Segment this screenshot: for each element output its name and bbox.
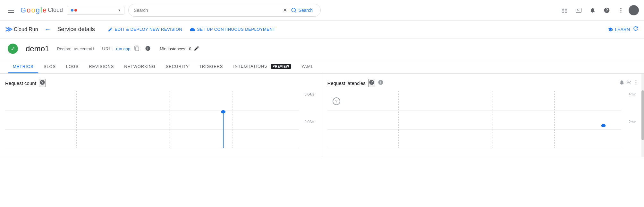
graduation-cap-icon: [608, 27, 613, 32]
latencies-no-data-icon: ?: [333, 97, 340, 105]
search-button-label: Search: [299, 8, 313, 13]
svg-rect-5: [565, 11, 567, 12]
tabs-row: METRICS SLOS LOGS REVISIONS NETWORKING S…: [0, 59, 644, 74]
edit-deploy-button[interactable]: EDIT & DEPLOY NEW REVISION: [108, 27, 182, 32]
svg-point-21: [636, 82, 637, 83]
tab-security[interactable]: SECURITY: [161, 60, 194, 73]
project-dots-icon: [71, 9, 77, 12]
copy-icon: [134, 46, 140, 51]
request-latencies-chart-body: 4min 2min ?: [327, 91, 639, 149]
svg-point-10: [620, 12, 621, 12]
help-circle-icon-2: [369, 79, 375, 85]
more-options-icon-button[interactable]: [614, 4, 627, 17]
request-latencies-chart: Request latencies: [322, 74, 644, 157]
service-url-link[interactable]: .run.app: [115, 46, 130, 51]
notifications-icon: [589, 7, 596, 13]
nav-icons: [558, 4, 639, 17]
back-button[interactable]: ←: [43, 24, 52, 34]
svg-point-18: [221, 110, 225, 113]
tab-yaml[interactable]: YAML: [296, 60, 319, 73]
tab-metrics[interactable]: METRICS: [8, 60, 38, 73]
service-name: demo1: [26, 44, 49, 53]
request-latencies-title: Request latencies: [327, 80, 366, 86]
tab-networking-label: NETWORKING: [124, 64, 156, 69]
hamburger-menu-button[interactable]: [5, 5, 17, 15]
svg-point-8: [620, 8, 621, 9]
refresh-button[interactable]: [632, 25, 639, 33]
svg-point-29: [601, 124, 606, 127]
tab-logs[interactable]: LOGS: [61, 60, 84, 73]
terminal-icon-button[interactable]: [572, 4, 585, 17]
service-url-section: URL: .run.app: [102, 44, 152, 54]
charts-area: Request count 0.04/s 0.02/s: [0, 74, 644, 157]
page-title: Service details: [57, 26, 95, 33]
svg-rect-2: [562, 8, 564, 10]
latency-y-label-mid: 2min: [629, 120, 636, 124]
more-vert-icon: [618, 7, 624, 13]
svg-line-19: [627, 80, 631, 85]
request-latencies-help-button[interactable]: [368, 79, 375, 87]
question-mark-icon: ?: [333, 97, 340, 105]
svg-point-20: [636, 80, 637, 81]
svg-point-22: [636, 84, 637, 85]
alert-icon-button[interactable]: [619, 79, 625, 87]
secondary-navigation: ≫ Cloud Run ← Service details EDIT & DEP…: [0, 21, 644, 38]
help-icon: [604, 7, 610, 13]
latencies-info-button[interactable]: [378, 79, 384, 87]
info-outline-icon: [378, 79, 384, 85]
copy-url-button[interactable]: [133, 44, 141, 54]
request-count-help-button[interactable]: [39, 79, 46, 87]
support-icon-button[interactable]: [558, 4, 571, 17]
min-instances-value: 0: [189, 46, 191, 51]
tab-slos[interactable]: SLOS: [38, 60, 61, 73]
chart-off-icon-button[interactable]: [626, 79, 632, 87]
request-latencies-svg: [327, 91, 639, 149]
avatar[interactable]: [629, 5, 639, 15]
show-chart-icon: [626, 79, 632, 85]
cloud-icon: [190, 27, 195, 32]
tab-integrations-label: INTEGRATIONS: [233, 64, 267, 69]
y-label-top: 0.04/s: [305, 92, 314, 96]
tab-networking[interactable]: NETWORKING: [119, 60, 161, 73]
tab-logs-label: LOGS: [66, 64, 79, 69]
search-button[interactable]: Search: [288, 6, 315, 14]
help-icon-button[interactable]: [600, 4, 613, 17]
tab-integrations[interactable]: INTEGRATIONS PREVIEW: [228, 59, 296, 73]
notifications-icon-button[interactable]: [586, 4, 599, 17]
preview-badge: PREVIEW: [271, 64, 291, 69]
search-input[interactable]: Cloud Run: [134, 8, 282, 13]
support-icon: [561, 7, 568, 13]
svg-rect-4: [562, 11, 564, 12]
url-info-button[interactable]: [144, 44, 152, 54]
request-count-title: Request count: [5, 80, 36, 86]
project-selector[interactable]: ▾: [67, 6, 124, 15]
request-count-chart: Request count 0.04/s 0.02/s: [0, 74, 322, 157]
help-circle-icon: [39, 79, 45, 85]
continuous-deployment-button[interactable]: SET UP CONTINUOUS DEPLOYMENT: [190, 27, 275, 32]
more-vert-chart-icon: [633, 79, 639, 85]
more-options-chart-button[interactable]: [633, 79, 639, 87]
top-navigation: Google Cloud ▾ Cloud Run ✕ Search: [0, 0, 644, 21]
search-icon: [291, 7, 297, 13]
secondary-actions: LEARN: [608, 25, 639, 33]
tab-metrics-label: METRICS: [13, 64, 33, 69]
cloud-run-label: Cloud Run: [14, 27, 38, 32]
edit-icon: [108, 27, 113, 32]
tab-yaml-label: YAML: [301, 64, 314, 69]
tab-revisions-label: REVISIONS: [89, 64, 114, 69]
svg-point-9: [620, 10, 621, 11]
min-instances-section: Min instances: 0: [160, 46, 199, 52]
edit-pencil-icon: [194, 46, 199, 51]
continuous-deployment-label: SET UP CONTINUOUS DEPLOYMENT: [197, 27, 275, 32]
learn-button[interactable]: LEARN: [608, 27, 630, 32]
chevron-down-icon: ▾: [118, 8, 120, 12]
request-latencies-header: Request latencies: [327, 79, 639, 87]
search-bar: Cloud Run ✕ Search: [128, 4, 321, 17]
request-count-svg: [5, 91, 317, 149]
tab-revisions[interactable]: REVISIONS: [84, 60, 119, 73]
edit-min-instances-button[interactable]: [194, 46, 199, 52]
status-check-icon: ✓: [8, 44, 18, 54]
scrollbar-track[interactable]: [641, 74, 644, 157]
search-clear-button[interactable]: ✕: [282, 7, 288, 13]
tab-triggers[interactable]: TRIGGERS: [194, 60, 228, 73]
